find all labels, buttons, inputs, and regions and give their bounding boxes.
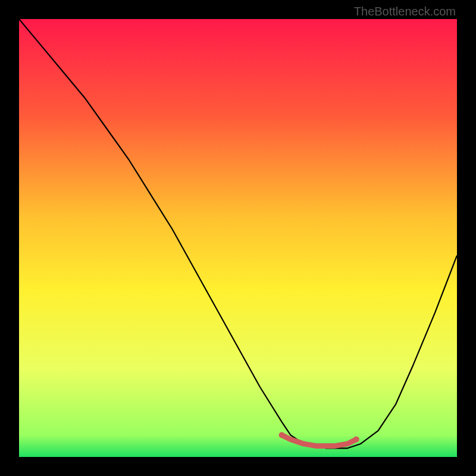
chart-container: TheBottleneck.com [0,0,476,476]
highlight-end-dot [353,437,359,443]
highlight-start-dot [279,432,285,438]
gradient-background [19,19,457,457]
plot-area [19,19,457,457]
chart-svg [19,19,457,457]
watermark-text: TheBottleneck.com [354,5,456,18]
